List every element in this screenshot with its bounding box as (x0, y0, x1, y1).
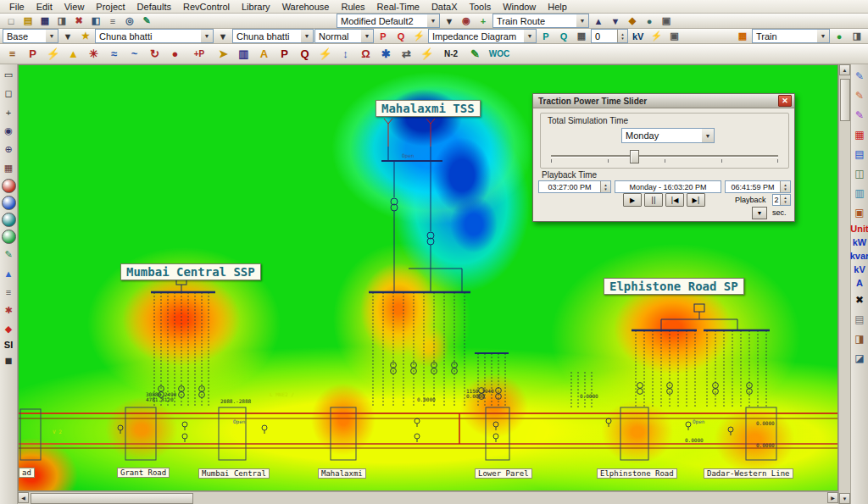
q-display-icon[interactable]: Q (555, 29, 572, 43)
scroll-left-icon[interactable]: ◀ (18, 492, 29, 503)
add-icon[interactable]: + (475, 14, 492, 28)
motor-start-icon[interactable]: ↻ (145, 45, 164, 64)
block-icon[interactable]: ◼ (0, 352, 17, 368)
dc-load-flow-icon[interactable]: P (275, 45, 294, 64)
rect-tool-icon[interactable]: ◻ (0, 86, 17, 102)
menu-project[interactable]: Project (90, 2, 131, 12)
scroll-up-icon[interactable]: ▲ (839, 64, 850, 75)
diamond-marker-icon[interactable]: ◆ (0, 321, 17, 337)
menu-tools[interactable]: Tools (464, 2, 498, 12)
vertical-scrollbar[interactable]: ▲ ▼ (838, 64, 850, 504)
reliability-icon[interactable]: ● (165, 45, 185, 64)
menu-datax[interactable]: DataX (426, 2, 464, 12)
p-flow-icon[interactable]: P (375, 29, 392, 43)
start-time-field[interactable]: 03:27:00 PM ▴▾ (538, 180, 611, 193)
train-route-combo[interactable]: Train Route ▼ (492, 14, 589, 28)
collapse-button[interactable]: ▼ (752, 207, 767, 219)
spinner-arrows-icon[interactable]: ▴▾ (780, 195, 790, 205)
print-icon[interactable]: ◨ (53, 14, 70, 28)
vertical-scroll-thumb[interactable] (840, 79, 850, 121)
slider-track[interactable] (551, 155, 778, 158)
hand-tool-icon[interactable]: ≡ (3, 45, 22, 64)
calculator-icon[interactable]: ▦ (573, 29, 590, 43)
menu-view[interactable]: View (58, 2, 91, 12)
annotate-icon[interactable]: ✎ (0, 246, 17, 263)
report-print-icon[interactable]: ◨ (849, 29, 865, 43)
pencil-blue-icon[interactable]: ✎ (851, 68, 868, 84)
menu-window[interactable]: Window (497, 2, 542, 12)
new-file-icon[interactable]: □ (3, 14, 19, 28)
notes-icon[interactable]: ▤ (851, 311, 868, 327)
chevron-down-icon[interactable]: ▼ (427, 14, 439, 27)
spinner-arrows-icon[interactable]: ▴▾ (780, 181, 790, 192)
red-sphere-icon[interactable] (2, 179, 16, 193)
playback-interval-spinner[interactable]: 2 ▴▾ (772, 194, 791, 206)
arc-flash-icon[interactable]: A (254, 45, 274, 64)
run-icon[interactable]: ● (831, 29, 848, 43)
list-icon[interactable]: ≡ (104, 14, 121, 28)
day-combo[interactable]: Monday ▼ (621, 128, 715, 143)
star-coordination-icon[interactable]: ✳ (84, 45, 103, 64)
load-flow-icon[interactable]: P (23, 45, 42, 64)
chevron-down-icon[interactable]: ▼ (301, 30, 313, 42)
spinner-arrows-icon[interactable]: ▴▾ (617, 30, 627, 42)
chevron-down-icon[interactable]: ▼ (46, 30, 58, 42)
station-label-dadar-western-line[interactable]: Dadar-Western Line (704, 468, 793, 479)
flag-tool-icon[interactable]: ➤ (214, 45, 233, 64)
diagram-combo[interactable]: Impedance Diagram▼ (428, 29, 537, 43)
burst-icon[interactable]: ✱ (0, 302, 17, 318)
star-z-tool-icon[interactable]: ✱ (376, 45, 396, 64)
summary-sheet-icon[interactable]: ▥ (851, 185, 868, 201)
area-label-mumbai-central-ssp[interactable]: Mumbai Central SSP (120, 263, 261, 280)
play-button[interactable]: ▶ (623, 193, 642, 207)
select-tool-icon[interactable]: ▭ (0, 67, 17, 83)
edit-icon[interactable]: ✎ (138, 14, 155, 28)
clear-results-icon[interactable]: ✖ (851, 291, 868, 307)
step-back-button[interactable]: |◀ (665, 193, 684, 207)
book-icon[interactable]: ◨ (851, 330, 868, 346)
short-circuit-icon[interactable]: ⚡ (43, 45, 63, 64)
station-label-lower-parel[interactable]: Lower Parel (475, 468, 532, 479)
scroll-right-icon[interactable]: ▶ (827, 492, 838, 503)
woc-icon[interactable]: WOC (486, 45, 513, 64)
chevron-down-icon[interactable]: ▼ (361, 30, 373, 42)
blue-sphere-icon[interactable] (2, 196, 16, 210)
dialog-title-bar[interactable]: Traction Power Time Slider ✕ (533, 94, 794, 108)
slider-handle[interactable] (630, 150, 639, 163)
grid-display-icon[interactable]: ▣ (665, 29, 682, 43)
result-grid-icon[interactable]: ▦ (851, 126, 868, 142)
time-slider[interactable] (551, 149, 778, 163)
station-label-grant-road[interactable]: Grant Road (117, 468, 170, 478)
pencil-purple-icon[interactable]: ✎ (851, 107, 868, 123)
menu-help[interactable]: Help (542, 2, 573, 12)
battery-sizing-icon[interactable]: ▥ (234, 45, 253, 64)
study-case-icon[interactable]: ★ (77, 29, 94, 43)
harmonics-icon[interactable]: ≈ (104, 45, 124, 64)
bolt-icon[interactable]: ⚡ (648, 29, 665, 43)
open-file-icon[interactable]: ▤ (19, 14, 36, 28)
pencil-orange-icon[interactable]: ✎ (851, 87, 868, 103)
album-icon[interactable]: ◪ (851, 350, 868, 366)
plot-sheet-icon[interactable]: ▣ (851, 204, 868, 220)
switching-sequence-icon[interactable]: ⚡ (417, 45, 437, 64)
station-label-ad[interactable]: ad (19, 468, 35, 478)
horizontal-scroll-thumb[interactable] (31, 493, 193, 504)
layers-icon[interactable]: ≡ (0, 284, 17, 300)
display-precision-spinner[interactable]: 0▴▾ (591, 29, 628, 43)
station-label-elphinstone-road[interactable]: Elphinstone Road (597, 468, 677, 479)
crosshair-tool-icon[interactable]: + (0, 104, 17, 120)
train-combo[interactable]: Train▼ (752, 29, 830, 43)
teal-sphere-icon[interactable] (2, 213, 16, 227)
n2-contingency-icon[interactable]: N-2 (437, 45, 465, 64)
datasheet-icon[interactable]: ◫ (851, 165, 868, 181)
fault-icon[interactable]: ⚡ (410, 29, 427, 43)
swap-dropdown-icon[interactable]: ▼ (214, 29, 231, 43)
chevron-down-icon[interactable]: ▼ (702, 129, 714, 142)
diamond-icon[interactable]: ◆ (624, 14, 641, 28)
chevron-down-icon[interactable]: ▼ (576, 14, 588, 27)
warning-analysis-icon[interactable]: ▲ (64, 45, 83, 64)
p-display-icon[interactable]: P (537, 29, 554, 43)
vertical-scroll-track[interactable] (839, 75, 850, 493)
record-icon[interactable]: ◉ (458, 14, 475, 28)
mode-combo[interactable]: Normal▼ (314, 29, 374, 43)
